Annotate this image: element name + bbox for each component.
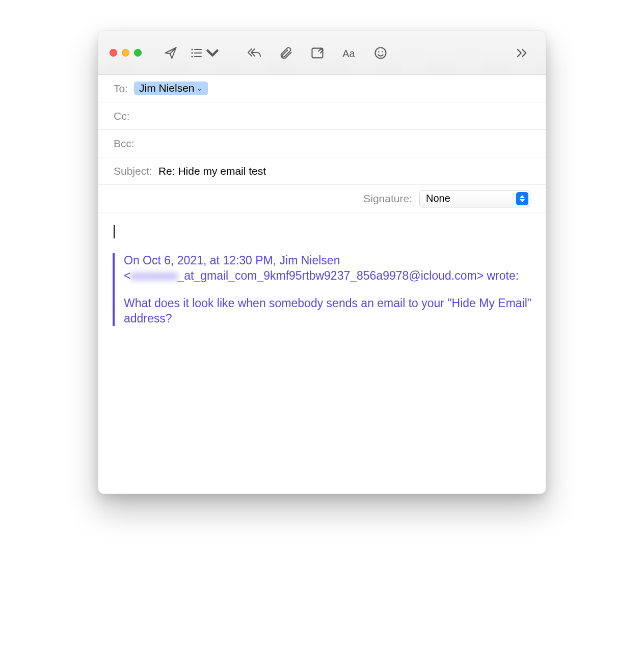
bcc-label: Bcc:	[114, 138, 135, 150]
message-body[interactable]: On Oct 6, 2021, at 12:30 PM, Jim Nielsen…	[98, 212, 546, 494]
svg-point-1	[191, 52, 193, 53]
svg-marker-12	[520, 199, 525, 202]
svg-point-8	[375, 47, 386, 58]
send-button[interactable]	[158, 41, 183, 65]
traffic-lights	[110, 49, 142, 57]
bcc-row[interactable]: Bcc:	[98, 130, 546, 157]
overflow-button[interactable]	[509, 41, 534, 65]
list-icon	[190, 46, 204, 60]
redacted-username: xxxxxxxx	[130, 269, 177, 282]
svg-marker-11	[520, 195, 525, 198]
header-fields-button[interactable]	[190, 41, 220, 65]
subject-label: Subject:	[114, 165, 152, 177]
cc-row[interactable]: Cc:	[98, 102, 546, 130]
emoji-icon	[373, 46, 388, 60]
toolbar: Aa	[98, 31, 546, 75]
signature-label: Signature:	[363, 193, 412, 205]
paper-plane-icon	[164, 46, 178, 60]
chevron-down-icon	[205, 46, 220, 60]
signature-select[interactable]: None	[419, 190, 530, 207]
recipient-chip[interactable]: Jim Nielsen ⌄	[134, 82, 208, 95]
header-fields: To: Jim Nielsen ⌄ Cc: Bcc: Subject: Re: …	[98, 75, 546, 212]
subject-value: Re: Hide my email test	[158, 165, 266, 177]
format-text-icon: Aa	[342, 46, 356, 60]
emoji-button[interactable]	[368, 41, 393, 65]
cc-label: Cc:	[114, 110, 130, 122]
attach-button[interactable]	[273, 41, 299, 65]
chevrons-right-icon	[515, 46, 529, 60]
to-label: To:	[114, 83, 128, 95]
quoted-message: On Oct 6, 2021, at 12:30 PM, Jim Nielsen…	[113, 253, 531, 327]
quote-attribution: On Oct 6, 2021, at 12:30 PM, Jim Nielsen…	[124, 253, 531, 284]
svg-point-9	[378, 51, 379, 52]
to-row[interactable]: To: Jim Nielsen ⌄	[98, 75, 546, 102]
minimize-window[interactable]	[122, 49, 129, 57]
recipient-name: Jim Nielsen	[139, 82, 195, 94]
signature-row: Signature: None	[98, 185, 546, 212]
text-cursor	[114, 225, 115, 238]
chevron-down-icon: ⌄	[197, 84, 203, 92]
format-button[interactable]: Aa	[336, 41, 362, 65]
svg-text:Aa: Aa	[342, 48, 355, 59]
markup-button[interactable]	[305, 41, 330, 65]
svg-point-2	[191, 56, 193, 57]
compose-window: Aa To: Jim Nielsen ⌄	[98, 31, 546, 494]
signature-value: None	[426, 193, 450, 204]
quote-body: What does it look like when somebody sen…	[124, 296, 531, 327]
quote-suffix: _at_gmail_com_9kmf95rtbw9237_856a9978@ic…	[177, 269, 519, 282]
reply-all-icon	[247, 46, 261, 60]
close-window[interactable]	[110, 49, 117, 57]
zoom-window[interactable]	[134, 49, 142, 57]
svg-point-10	[382, 51, 383, 52]
svg-point-0	[191, 48, 193, 50]
reply-all-button[interactable]	[242, 41, 267, 65]
subject-row[interactable]: Subject: Re: Hide my email test	[98, 157, 546, 185]
markup-icon	[310, 46, 325, 60]
paperclip-icon	[279, 46, 293, 60]
select-knob-icon	[516, 192, 528, 205]
